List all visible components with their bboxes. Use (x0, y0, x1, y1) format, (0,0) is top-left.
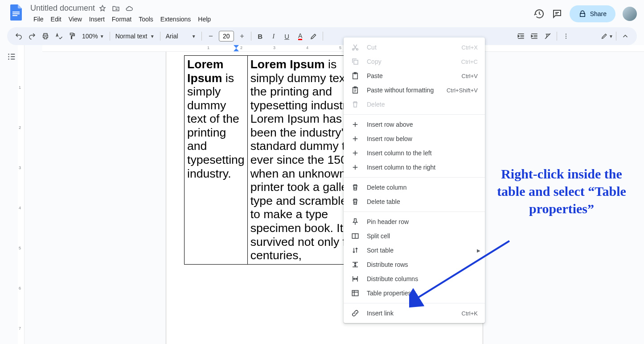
ctx-copy: CopyCtrl+C (344, 54, 485, 69)
ctx-distribute-columns[interactable]: Distribute columns (344, 272, 485, 286)
trash-icon (351, 198, 360, 206)
ctx-insert-row-below[interactable]: Insert row below (344, 132, 485, 146)
undo-icon[interactable] (12, 30, 25, 42)
dist-rows-icon (351, 261, 360, 269)
svg-point-8 (8, 58, 9, 60)
user-avatar[interactable] (623, 7, 637, 21)
font-size-decrease[interactable] (205, 30, 217, 42)
italic-icon[interactable]: I (267, 30, 280, 42)
trash-icon (351, 183, 360, 191)
menu-extensions[interactable]: Extensions (157, 14, 194, 25)
ctx-cut: CutCtrl+X (344, 40, 485, 54)
comments-icon[interactable] (552, 8, 562, 19)
copy-icon (351, 58, 360, 66)
redo-icon[interactable] (26, 30, 38, 42)
context-menu: CutCtrl+XCopyCtrl+CPasteCtrl+VPaste with… (344, 37, 485, 323)
cut-icon (351, 43, 360, 51)
underline-icon[interactable]: U (281, 30, 293, 42)
cloud-icon[interactable] (125, 4, 133, 12)
ctx-delete-table[interactable]: Delete table (344, 195, 485, 209)
spellcheck-icon[interactable] (53, 30, 65, 42)
ctx-delete-column[interactable]: Delete column (344, 180, 485, 195)
star-icon[interactable] (98, 4, 107, 12)
link-icon (351, 309, 360, 317)
svg-rect-2 (12, 15, 17, 16)
bold-icon[interactable]: B (254, 30, 267, 42)
move-icon[interactable] (112, 4, 120, 12)
menu-view[interactable]: View (66, 14, 85, 25)
toolbar: 100%▼ Normal text▼ Arial▼ B I U A (7, 27, 637, 45)
paste-icon (351, 72, 360, 80)
table-cell: Lorem Ipsum is simply dummy text of the … (185, 56, 248, 265)
menu-insert[interactable]: Insert (86, 14, 108, 25)
ctx-delete: Delete (344, 97, 485, 112)
dist-cols-icon (351, 275, 360, 283)
menu-format[interactable]: Format (109, 14, 135, 25)
history-icon[interactable] (534, 8, 545, 19)
font-size-input[interactable] (219, 31, 234, 41)
svg-point-3 (566, 33, 566, 34)
print-icon[interactable] (39, 30, 52, 42)
document-title[interactable]: Untitled document (30, 4, 95, 13)
menu-tools[interactable]: Tools (135, 14, 156, 25)
editing-mode-icon[interactable]: ▼ (601, 30, 613, 42)
split-icon (351, 232, 360, 240)
menu-help[interactable]: Help (195, 14, 214, 25)
clear-format-icon[interactable] (541, 30, 554, 42)
paste-plain-icon (351, 86, 360, 94)
svg-rect-1 (12, 13, 20, 14)
font-select[interactable]: Arial▼ (163, 33, 199, 40)
zoom-select[interactable]: 100%▼ (79, 33, 107, 40)
style-select[interactable]: Normal text▼ (113, 33, 157, 40)
plus-icon (351, 163, 360, 171)
ctx-insert-link[interactable]: Insert linkCtrl+K (344, 306, 485, 320)
ctx-split-cell[interactable]: Split cell (344, 229, 485, 243)
share-button[interactable]: Share (570, 5, 615, 22)
more-icon[interactable] (560, 30, 572, 42)
ctx-pin-header-row[interactable]: Pin header row (344, 215, 485, 229)
collapse-icon[interactable] (619, 30, 632, 42)
annotation-text: Right-click inside the table and select … (488, 165, 635, 217)
ctx-paste[interactable]: PasteCtrl+V (344, 69, 485, 83)
delete-icon (351, 100, 360, 108)
svg-point-9 (353, 49, 354, 50)
docs-logo[interactable] (7, 4, 25, 21)
ctx-table-properties[interactable]: Table properties (344, 286, 485, 300)
ctx-distribute-rows[interactable]: Distribute rows (344, 257, 485, 272)
text-color-icon[interactable]: A (294, 30, 307, 42)
outline-icon[interactable] (4, 49, 20, 65)
svg-rect-11 (354, 60, 358, 64)
menu-edit[interactable]: Edit (48, 14, 65, 25)
svg-point-5 (566, 37, 566, 38)
horizontal-ruler: 1 2 3 4 5 6 7 (42, 45, 644, 52)
ctx-paste-without-formatting[interactable]: Paste without formattingCtrl+Shift+V (344, 83, 485, 97)
plus-icon (351, 135, 360, 143)
svg-point-7 (8, 56, 9, 58)
font-size-increase[interactable] (236, 30, 248, 42)
indent-increase-icon[interactable] (528, 30, 541, 42)
pin-icon (351, 218, 360, 226)
svg-rect-0 (12, 12, 20, 12)
svg-point-10 (357, 49, 358, 50)
highlight-icon[interactable] (308, 30, 320, 42)
svg-point-4 (566, 36, 566, 37)
paint-format-icon[interactable] (66, 30, 78, 42)
menubar: File Edit View Insert Format Tools Exten… (29, 13, 530, 27)
chevron-right-icon: ▶ (477, 248, 480, 253)
plus-icon (351, 120, 360, 128)
share-label: Share (590, 10, 607, 17)
sort-icon (351, 246, 360, 254)
ctx-insert-column-to-the-left[interactable]: Insert column to the left (344, 146, 485, 160)
menu-file[interactable]: File (30, 14, 47, 25)
app-header: Untitled document File Edit View Insert … (0, 0, 644, 27)
ctx-insert-row-above[interactable]: Insert row above (344, 117, 485, 132)
ctx-insert-column-to-the-right[interactable]: Insert column to the right (344, 160, 485, 174)
ctx-sort-table[interactable]: Sort table▶ (344, 243, 485, 257)
svg-rect-17 (352, 290, 358, 296)
table-props-icon (351, 289, 360, 297)
svg-point-6 (8, 54, 9, 55)
indent-decrease-icon[interactable] (515, 30, 527, 42)
plus-icon (351, 149, 360, 157)
